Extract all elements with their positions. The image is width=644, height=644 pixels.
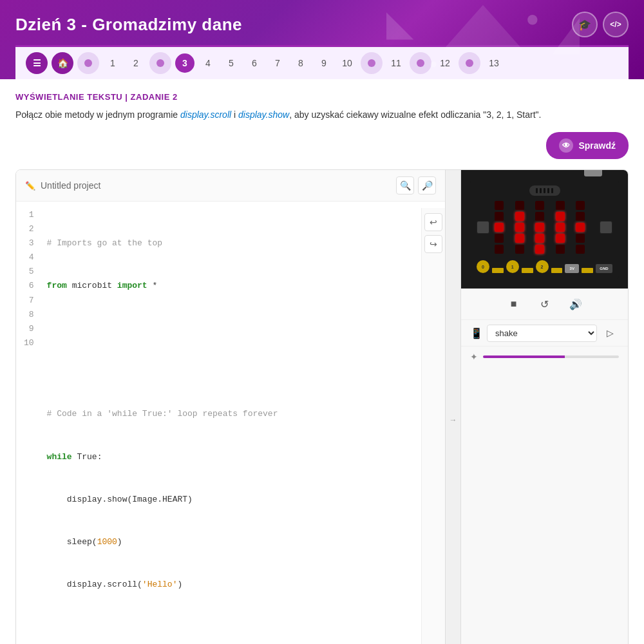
- code-editor[interactable]: # Imports go at the top from microbit im…: [42, 208, 421, 644]
- stop-icon: ■: [511, 298, 517, 310]
- speaker-hole-2: [540, 188, 542, 193]
- svg-point-1: [156, 59, 164, 67]
- brightness-slider[interactable]: [483, 355, 619, 358]
- code-line-1: # Imports go at the top: [47, 236, 416, 251]
- nav-num-8[interactable]: 8: [291, 53, 310, 73]
- school-icon-btn[interactable]: 🎓: [572, 12, 598, 37]
- led-3-0: [495, 234, 504, 243]
- nav-num-6[interactable]: 6: [245, 53, 264, 73]
- redo-btn[interactable]: ↪: [424, 235, 442, 253]
- undo-redo-buttons: ↩ ↪: [421, 208, 445, 644]
- led-grid: [495, 201, 594, 254]
- led-2-2: [535, 223, 544, 232]
- led-0-0: [495, 201, 504, 210]
- pin-strip-3: [551, 268, 563, 273]
- code-line-6: while True:: [47, 450, 416, 464]
- task-description: Połącz obie metody w jednym programie di…: [15, 108, 629, 122]
- nav-circle-3[interactable]: [361, 52, 383, 74]
- expand-icon: →: [450, 415, 457, 424]
- nav-num-3[interactable]: 3: [175, 53, 194, 73]
- led-0-2: [535, 201, 544, 210]
- nav-num-11[interactable]: 11: [386, 53, 406, 73]
- led-4-3: [556, 245, 565, 254]
- microbit-controls: ■ ↺ 🔊: [461, 289, 628, 320]
- pin-strip-1: [492, 268, 504, 273]
- nav-icon-5: [464, 58, 475, 68]
- microbit-board: 0 1 2 3V GND: [470, 179, 619, 279]
- led-4-0: [495, 245, 504, 254]
- button-a[interactable]: [477, 221, 489, 234]
- code-icon-btn[interactable]: </>: [603, 12, 629, 37]
- check-eye-icon: 👁: [559, 138, 573, 153]
- nav-circle-2[interactable]: [149, 52, 171, 74]
- code-line-7: display.show(Image.HEART): [47, 493, 416, 507]
- nav-home-btn[interactable]: 🏠: [52, 52, 73, 74]
- led-0-3: [556, 201, 565, 210]
- reload-icon: ↺: [540, 298, 549, 310]
- button-b[interactable]: [600, 221, 612, 234]
- zoom-in-btn[interactable]: 🔎: [418, 176, 436, 194]
- method2-link[interactable]: display.show: [238, 109, 289, 120]
- led-1-4: [576, 212, 585, 221]
- led-4-1: [515, 245, 524, 254]
- led-3-2: [535, 234, 544, 243]
- nav-num-1[interactable]: 1: [103, 53, 122, 73]
- led-3-4: [576, 234, 585, 243]
- microbit-panel: 0 1 2 3V GND ■: [460, 170, 628, 644]
- reload-btn[interactable]: ↺: [536, 295, 554, 313]
- page-title: Dzień 3 - Gromadzimy dane: [15, 15, 242, 35]
- led-1-3: [556, 212, 565, 221]
- nav-circle-4[interactable]: [410, 52, 431, 74]
- edit-icon: ✏️: [25, 181, 35, 191]
- nav-num-7[interactable]: 7: [268, 53, 287, 73]
- nav-num-2[interactable]: 2: [126, 53, 146, 73]
- pin-strip-4: [582, 268, 593, 273]
- task-desc-prefix: Połącz obie metody w jednym programie: [15, 109, 180, 120]
- speaker-hole-5: [551, 188, 553, 193]
- pin-2: 2: [536, 260, 549, 273]
- panel-divider[interactable]: →: [445, 170, 460, 644]
- pin-3v: 3V: [565, 264, 579, 273]
- nav-circle-5[interactable]: [459, 52, 480, 74]
- nav-circle-1[interactable]: [77, 52, 99, 74]
- pin-strip-2: [522, 268, 533, 273]
- nav-menu-btn[interactable]: ☰: [26, 52, 48, 74]
- led-2-4: [576, 223, 585, 232]
- speaker-area: [477, 185, 612, 196]
- method1-link[interactable]: display.scroll: [180, 109, 231, 120]
- code-line-9: display.scroll('Hello'): [47, 578, 416, 592]
- code-body: 1 2 3 4 5 6 7 8 9 10 # Imports go at the…: [16, 202, 445, 644]
- sound-btn[interactable]: 🔊: [567, 295, 585, 313]
- code-line-2: from microbit import *: [47, 279, 416, 293]
- undo-btn[interactable]: ↩: [424, 213, 442, 231]
- nav-num-5[interactable]: 5: [222, 53, 241, 73]
- nav-num-9[interactable]: 9: [314, 53, 334, 73]
- school-icon: 🎓: [578, 19, 591, 31]
- svg-point-0: [84, 59, 92, 67]
- line-numbers: 1 2 3 4 5 6 7 8 9 10: [16, 208, 42, 644]
- check-button[interactable]: 👁 Sprawdź: [546, 132, 629, 159]
- navigation-bar: ☰ 🏠 1 2 3 4 5 6 7 8 9 10 11 12 13: [15, 45, 629, 79]
- header-icons: 🎓 </>: [572, 12, 629, 37]
- sound-icon: 🔊: [569, 298, 582, 310]
- nav-num-10[interactable]: 10: [337, 53, 357, 73]
- nav-num-13[interactable]: 13: [484, 53, 504, 73]
- led-4-2: [535, 245, 544, 254]
- play-btn[interactable]: ▷: [601, 324, 619, 342]
- speaker-hole-3: [544, 188, 545, 193]
- stop-btn[interactable]: ■: [505, 295, 523, 313]
- shake-selector: 📱 shake ▷: [461, 320, 628, 346]
- zoom-in-icon: 🔎: [422, 180, 433, 191]
- nav-num-12[interactable]: 12: [435, 53, 455, 73]
- project-name[interactable]: Untitled project: [41, 180, 100, 191]
- nav-icon-2: [155, 58, 166, 68]
- nav-num-4[interactable]: 4: [198, 53, 218, 73]
- led-1-1: [515, 212, 524, 221]
- led-3-3: [556, 234, 565, 243]
- zoom-out-btn[interactable]: 🔍: [396, 176, 414, 194]
- svg-point-3: [417, 59, 424, 67]
- code-panel: ✏️ Untitled project 🔍 🔎 1 2 3: [16, 170, 445, 644]
- shake-select[interactable]: shake: [487, 325, 597, 342]
- code-toolbar: ✏️ Untitled project 🔍 🔎: [16, 170, 445, 202]
- play-icon: ▷: [607, 328, 614, 338]
